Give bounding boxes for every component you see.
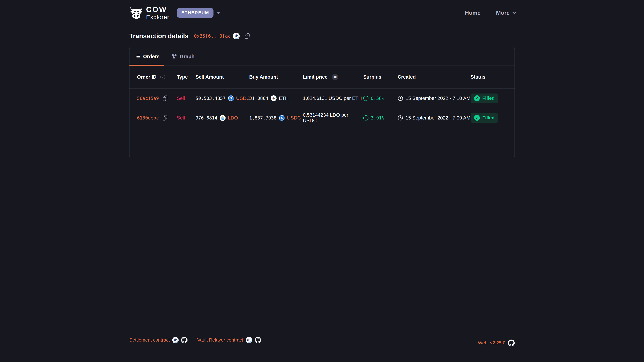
logo-text: COW Explorer [146,6,169,20]
network-selector[interactable]: ETHEREUM [177,8,220,18]
surplus-value: 3.91% [371,115,384,120]
github-icon[interactable] [254,337,261,343]
swap-price-icon[interactable]: ⇄ [332,74,338,80]
sell-token-link[interactable]: LDO [228,115,238,121]
created-cell: 15 September 2022 - 7:10 AM [398,95,470,101]
buy-amount-cell: 31.0864 ◆ ETH [249,95,303,101]
buy-amount: 1,837.7938 [249,115,276,120]
logo-title: COW [146,6,169,13]
status-badge: ✓ Filled [470,113,498,123]
vault-relayer-link-group: Vault Relayer contract [197,337,261,343]
web-version: Web: v2.25.0 [478,340,506,346]
buy-amount-cell: 1,837.7938 $ USDC [249,115,303,121]
settlement-contract-link[interactable]: Settlement contract [129,337,170,343]
copy-icon[interactable] [163,115,167,120]
title-row: Transaction details 0x35f6...0fac [129,32,515,40]
chevron-down-icon [216,12,220,14]
col-type: Type [177,74,196,80]
created-date: 15 September 2022 - 7:09 AM [406,115,470,121]
order-type: Sell [177,95,185,101]
nav-more-label: More [496,9,510,16]
sell-amount-cell: 976.6814 LDO [196,115,249,121]
sell-amount: 976.6814 [196,115,217,120]
orders-card: Orders Graph [129,47,515,158]
type-cell: Sell [177,95,196,101]
footer-version-group: Web: v2.25.0 [478,340,515,346]
buy-token-label: ETH [279,95,289,101]
ldo-token-icon [220,115,226,121]
status-cell: ✓ Filled [470,93,507,103]
table-header: Order ID ? Type Sell Amount Buy Amount L… [130,66,514,88]
order-id-link[interactable]: 56ac15a9 [137,96,159,101]
tab-bar: Orders Graph [130,47,514,66]
col-buy-amount: Buy Amount [249,74,303,80]
nav-more[interactable]: More [496,9,515,16]
table-row: 56ac15a9 Sell 50,503.4857 $ USDC 31.0864… [130,88,514,108]
vault-relayer-contract-link[interactable]: Vault Relayer contract [197,337,243,343]
buy-amount: 31.0864 [249,96,268,101]
status-badge: ✓ Filled [470,93,498,103]
clock-icon [398,95,403,101]
surplus-cell: ↑ 0.58% [363,96,398,101]
graph-icon [172,54,177,59]
surplus-up-icon: ↑ [363,96,368,101]
check-icon: ✓ [474,95,480,101]
header: COW Explorer ETHEREUM Home More [129,0,515,20]
etherscan-icon[interactable] [233,33,240,39]
table-row: 6130eebc Sell 976.6814 [130,108,514,127]
sell-amount-cell: 50,503.4857 $ USDC [196,95,249,101]
etherscan-icon[interactable] [172,337,178,343]
eth-token-icon: ◆ [271,95,276,101]
order-id-cell: 56ac15a9 [137,95,177,101]
col-created: Created [398,74,470,80]
col-order-id-label: Order ID [137,74,156,80]
col-limit-price: Limit price ⇄ [303,74,363,80]
list-icon [136,54,140,58]
order-type: Sell [177,115,185,121]
chevron-down-icon [512,10,516,14]
col-order-id: Order ID ? [137,74,177,80]
surplus-up-icon: ↑ [363,115,368,120]
github-icon[interactable] [181,337,188,343]
usdc-token-icon: $ [228,95,234,101]
settlement-contract-link-group: Settlement contract [129,337,188,343]
col-sell-amount: Sell Amount [196,74,249,80]
limit-price: 0.53144234 LDO per USDC [303,112,363,123]
usdc-token-icon: $ [279,115,285,121]
etherscan-icon[interactable] [246,337,252,343]
footer-links: Settlement contract Vault Relayer contra… [129,337,261,343]
check-icon: ✓ [474,115,480,121]
order-id-link[interactable]: 6130eebc [137,115,159,120]
created-cell: 15 September 2022 - 7:09 AM [398,115,470,121]
tab-orders[interactable]: Orders [130,47,164,65]
main-nav: Home More [465,9,515,16]
page-title: Transaction details [129,32,188,40]
col-surplus: Surplus [363,74,398,80]
footer: Settlement contract Vault Relayer contra… [129,336,515,346]
cow-logo-icon [129,6,144,19]
tab-orders-label: Orders [143,54,160,59]
tx-hash-link[interactable]: 0x35f6...0fac [194,33,230,39]
tab-graph-label: Graph [180,54,194,59]
limit-price: 1,624.6131 USDC per ETH [303,95,362,101]
status-cell: ✓ Filled [470,113,507,123]
github-icon[interactable] [508,340,515,346]
tab-graph[interactable]: Graph [170,47,196,65]
limit-price-cell: 0.53144234 LDO per USDC [303,112,363,123]
order-id-cell: 6130eebc [137,115,177,120]
clock-icon [398,115,403,121]
surplus-value: 0.58% [371,96,384,101]
copy-icon[interactable] [163,95,167,101]
sell-token-link[interactable]: USDC [236,95,250,101]
buy-token-link[interactable]: USDC [287,115,301,121]
copy-icon[interactable] [245,33,250,39]
status-label: Filled [482,115,494,120]
network-badge[interactable]: ETHEREUM [177,8,214,18]
main-content: Transaction details 0x35f6...0fac [129,32,515,158]
logo[interactable]: COW Explorer [129,6,169,20]
brand: COW Explorer ETHEREUM [129,6,220,20]
nav-home[interactable]: Home [465,9,480,16]
status-label: Filled [482,95,494,101]
type-cell: Sell [177,115,196,121]
help-icon[interactable]: ? [160,75,165,79]
